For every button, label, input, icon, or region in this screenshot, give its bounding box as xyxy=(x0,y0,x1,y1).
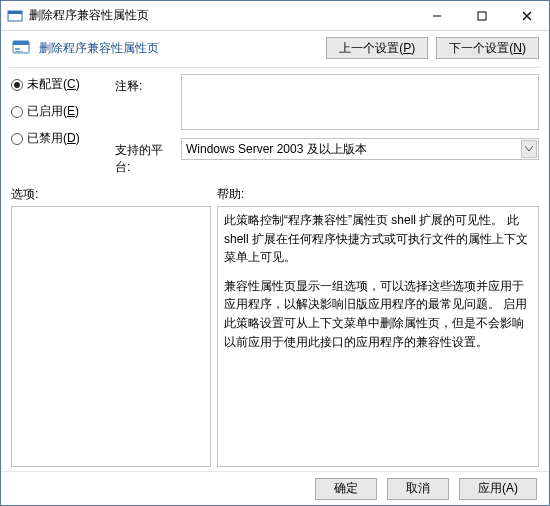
radio-not-configured[interactable]: 未配置(C) xyxy=(11,76,103,93)
platform-dropdown[interactable]: Windows Server 2003 及以上版本 xyxy=(181,138,539,160)
help-label: 帮助: xyxy=(217,186,539,203)
close-button[interactable] xyxy=(504,1,549,30)
platform-label: 支持的平台: xyxy=(115,138,175,176)
comment-label: 注释: xyxy=(115,74,175,95)
prev-label: 上一个设置 xyxy=(339,40,399,57)
footer: 确定 取消 应用(A) xyxy=(1,471,549,505)
comment-input[interactable] xyxy=(181,74,539,130)
radio-dot-icon xyxy=(11,106,23,118)
spacer xyxy=(224,267,532,277)
window-title: 删除程序兼容性属性页 xyxy=(29,7,414,24)
comment-row: 注释: xyxy=(115,74,539,130)
prev-accel: P xyxy=(403,41,411,55)
next-label: 下一个设置 xyxy=(449,40,509,57)
minimize-button[interactable] xyxy=(414,1,459,30)
fields-column: 注释: 支持的平台: Windows Server 2003 及以上版本 xyxy=(115,74,539,176)
app-icon xyxy=(7,8,23,24)
radio-dot-icon xyxy=(11,79,23,91)
options-pane xyxy=(11,206,211,467)
cancel-button[interactable]: 取消 xyxy=(387,478,449,500)
ok-button[interactable]: 确定 xyxy=(315,478,377,500)
titlebar: 删除程序兼容性属性页 xyxy=(1,1,549,31)
previous-setting-button[interactable]: 上一个设置(P) xyxy=(326,37,428,59)
panes-row: 此策略控制“程序兼容性”属性页 shell 扩展的可见性。 此 shell 扩展… xyxy=(1,206,549,471)
help-paragraph-1: 此策略控制“程序兼容性”属性页 shell 扩展的可见性。 此 shell 扩展… xyxy=(224,211,532,267)
system-buttons xyxy=(414,1,549,30)
header-row: 删除程序兼容性属性页 上一个设置(P) 下一个设置(N) xyxy=(1,31,549,67)
svg-rect-9 xyxy=(15,51,23,52)
help-paragraph-2: 兼容性属性页显示一组选项，可以选择这些选项并应用于应用程序，以解决影响旧版应用程… xyxy=(224,277,532,351)
config-area: 未配置(C) 已启用(E) 已禁用(D) 注释: 支持的平台: Windows … xyxy=(1,74,549,182)
radio-enabled-label: 已启用(E) xyxy=(27,103,79,120)
header-title: 删除程序兼容性属性页 xyxy=(39,40,318,57)
apply-button[interactable]: 应用(A) xyxy=(459,478,537,500)
radio-column: 未配置(C) 已启用(E) 已禁用(D) xyxy=(11,74,103,176)
svg-rect-7 xyxy=(13,41,29,45)
next-setting-button[interactable]: 下一个设置(N) xyxy=(436,37,539,59)
separator xyxy=(9,67,541,68)
radio-disabled[interactable]: 已禁用(D) xyxy=(11,130,103,147)
dialog-window: 删除程序兼容性属性页 删除程序兼容性属性页 上一个设置(P) 下一个设置(N) xyxy=(0,0,550,506)
policy-icon xyxy=(11,38,31,58)
platform-row: 支持的平台: Windows Server 2003 及以上版本 xyxy=(115,138,539,176)
maximize-button[interactable] xyxy=(459,1,504,30)
radio-disabled-label: 已禁用(D) xyxy=(27,130,80,147)
chevron-down-icon xyxy=(521,140,537,158)
nav-buttons: 上一个设置(P) 下一个设置(N) xyxy=(326,37,539,59)
svg-rect-8 xyxy=(15,48,20,50)
radio-not-configured-label: 未配置(C) xyxy=(27,76,80,93)
options-label: 选项: xyxy=(11,186,217,203)
platform-value: Windows Server 2003 及以上版本 xyxy=(186,141,367,158)
svg-rect-1 xyxy=(8,11,22,14)
radio-dot-icon xyxy=(11,133,23,145)
radio-enabled[interactable]: 已启用(E) xyxy=(11,103,103,120)
svg-rect-3 xyxy=(478,12,486,20)
help-pane: 此策略控制“程序兼容性”属性页 shell 扩展的可见性。 此 shell 扩展… xyxy=(217,206,539,467)
section-labels: 选项: 帮助: xyxy=(1,182,549,206)
next-accel: N xyxy=(513,41,522,55)
